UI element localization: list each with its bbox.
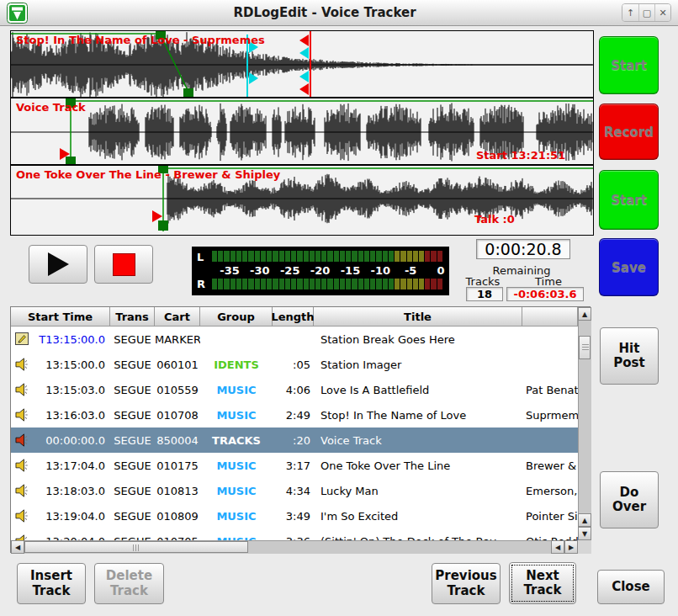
column-header-trans[interactable]: Trans (110, 307, 155, 327)
speaker-icon (15, 509, 31, 523)
horizontal-scroll-thumb[interactable] (24, 541, 248, 553)
track-2-start-time-label: Start 13:21:51 (476, 149, 565, 162)
meter-segment (346, 279, 351, 289)
insert-track-button[interactable]: Insert Track (17, 563, 86, 604)
fade-handle-bottom[interactable] (183, 88, 193, 98)
stop-icon (113, 253, 135, 276)
log-row-station-break-goes-here[interactable]: T13:15:00.0SEGUEMARKERStation Break Goes… (11, 327, 578, 352)
close-button[interactable]: Close (597, 570, 665, 604)
log-row-station-imager[interactable]: 13:15:00.0SEGUE060101IDENTS:05Station Im… (11, 352, 578, 377)
meter-segment (273, 279, 278, 289)
cell-artist: Pointer Sisters (522, 510, 578, 523)
meter-segment (334, 251, 339, 262)
column-header-start-time[interactable]: Start Time (11, 307, 110, 327)
meter-segment (400, 251, 405, 262)
speaker-icon (15, 358, 31, 371)
cell-start-time: T13:15:00.0 (31, 333, 110, 346)
meter-segment (236, 279, 241, 289)
do-over-button[interactable]: Do Over (600, 471, 659, 528)
cell-start-time: 00:00:00.0 (31, 434, 110, 447)
column-header-group[interactable]: Group (200, 307, 273, 327)
log-row-i-m-so-excited[interactable]: 13:19:04.0SEGUE010809MUSIC3:49I'm So Exc… (11, 503, 578, 528)
meter-segment (389, 279, 394, 289)
log-row-love-is-a-battlefield[interactable]: 13:15:03.0SEGUE010559MUSIC4:06Love Is A … (11, 377, 578, 402)
column-header-length[interactable]: Length (273, 307, 314, 327)
speaker-icon (15, 459, 31, 472)
meter-segment (431, 279, 436, 289)
meter-segment (230, 251, 236, 262)
stop-button[interactable] (94, 245, 153, 284)
cell-length: 3:49 (273, 510, 314, 523)
meter-segment (212, 279, 217, 289)
track-3-one-toke-over-the-line[interactable]: One Toke Over The Line - Brewer & Shiple… (11, 166, 593, 231)
meter-segment (297, 251, 302, 262)
scroll-left2-icon[interactable]: ◀ (551, 540, 564, 554)
meter-segment (400, 279, 405, 289)
horizontal-scrollbar[interactable]: ◀ ◀ ▶ (11, 540, 578, 554)
log-row-sittin-on-the-dock-of-the-bay[interactable]: 13:20:04.0SEGUE010705MUSIC3:36(Sittin' O… (11, 528, 578, 540)
cell-title: I'm So Excited (314, 510, 522, 523)
delete-track-button[interactable]: Delete Track (94, 563, 164, 604)
start-handle-bottom[interactable] (66, 157, 76, 166)
tracks-remaining-value: 18 (466, 287, 503, 301)
meter-right-label: R (197, 278, 209, 290)
meter-segment (407, 251, 412, 262)
scroll-right-icon[interactable]: ▶ (564, 540, 578, 554)
cell-group: MUSIC (200, 459, 273, 472)
record-button[interactable]: Record (599, 104, 659, 160)
cell-trans: SEGUE (110, 409, 155, 422)
cell-group: TRACKS (200, 434, 273, 447)
column-header-artist[interactable] (522, 307, 578, 327)
scroll-left-icon[interactable]: ◀ (11, 540, 24, 554)
scroll-up-icon[interactable]: ▲ (578, 307, 591, 321)
meter-segment (321, 279, 326, 289)
track-1-stop-in-the-name-of-love[interactable]: Stop! In The Name of Love - Suprmemes (11, 31, 593, 98)
meter-segment (230, 279, 236, 289)
vertical-scrollbar[interactable]: ▲ ▲ ▼ (578, 307, 591, 540)
shade-icon[interactable]: ↑ (622, 4, 638, 21)
cell-cart: 010559 (155, 384, 200, 396)
start-button-track3[interactable]: Start (599, 170, 659, 230)
scroll-up2-icon[interactable]: ▲ (578, 513, 591, 527)
cell-artist: Emerson, Lake & Palmer (522, 485, 578, 497)
cell-title: Love Is A Battlefield (314, 384, 522, 396)
cell-trans: SEGUE (110, 358, 155, 371)
close-icon[interactable]: ✕ (654, 4, 670, 21)
vertical-scroll-thumb[interactable] (579, 336, 591, 359)
scroll-down-icon[interactable]: ▼ (578, 527, 591, 540)
segue-handle-bottom[interactable] (158, 220, 168, 231)
maximize-icon[interactable]: ▢ (638, 4, 654, 21)
log-row-voice-track[interactable]: 00:00:00.0SEGUE850004TRACKS:20Voice Trac… (11, 427, 578, 453)
play-button[interactable] (29, 245, 87, 284)
cell-title: Lucky Man (314, 485, 522, 497)
meter-segment (395, 251, 400, 262)
meter-segment (304, 279, 309, 289)
column-header-cart[interactable]: Cart (155, 307, 200, 327)
cell-group: MUSIC (200, 384, 273, 396)
next-track-button[interactable]: Next Track (509, 562, 576, 604)
meter-segment (279, 279, 284, 289)
cell-trans: SEGUE (110, 333, 155, 346)
meter-segment (315, 279, 320, 289)
meter-segment (285, 251, 290, 262)
log-row-lucky-man[interactable]: 13:18:03.0SEGUE010813MUSIC4:34Lucky ManE… (11, 478, 578, 503)
hit-post-button[interactable]: Hit Post (600, 327, 659, 385)
meter-segment (352, 251, 357, 262)
start-button-track1[interactable]: Start (599, 36, 659, 94)
cell-group: MUSIC (200, 485, 273, 497)
cell-start-time: 13:16:03.0 (31, 409, 110, 422)
segue-pointer[interactable] (152, 210, 162, 222)
track-2-voice-track[interactable]: Voice Track Start 13:21:51 (11, 98, 593, 166)
column-header-title[interactable]: Title (314, 307, 522, 327)
meter-segment (261, 251, 266, 262)
meter-segment (419, 251, 424, 262)
meter-scale-label: -15 (341, 264, 361, 277)
meter-segment (218, 279, 223, 289)
tracks-remaining-label: Tracks (461, 275, 505, 288)
voice-track-speaker-icon (15, 433, 31, 447)
log-row-one-toke-over-the-line[interactable]: 13:17:04.0SEGUE010175MUSIC3:17One Toke O… (11, 453, 578, 478)
log-row-stop-in-the-name-of-love[interactable]: 13:16:03.0SEGUE010708MUSIC2:49Stop! In T… (11, 402, 578, 427)
previous-track-button[interactable]: Previous Track (432, 563, 501, 604)
save-button[interactable]: Save (599, 238, 659, 296)
cell-trans: SEGUE (110, 485, 155, 497)
